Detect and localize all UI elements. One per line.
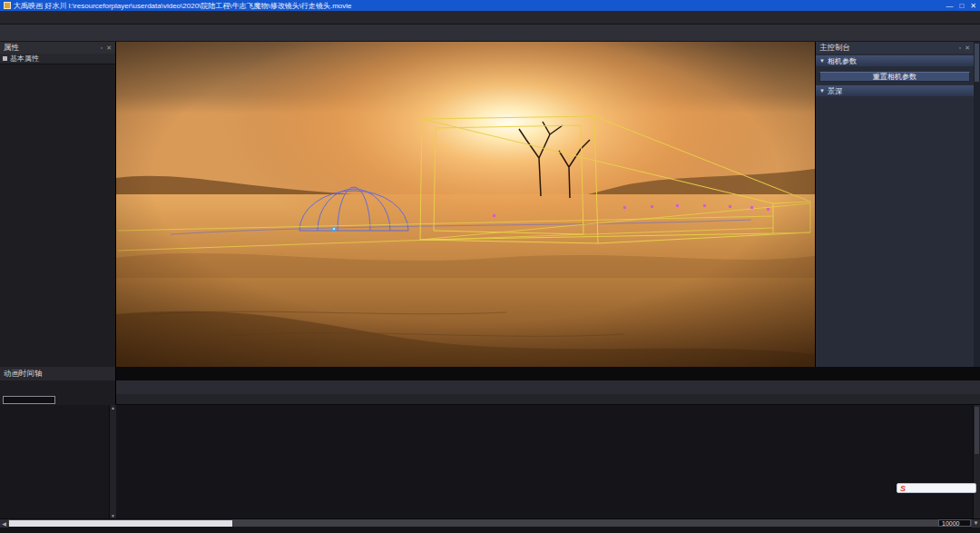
timeline-ruler[interactable] (116, 394, 980, 405)
viewport-3d[interactable] (116, 42, 815, 367)
dof-buttons (816, 96, 974, 100)
focal-length-buttons (816, 66, 974, 70)
console-scrollbar[interactable] (974, 42, 980, 367)
reset-camera-button[interactable]: 重置相机参数 (819, 72, 970, 82)
main-toolbar (0, 25, 980, 42)
window-footer (0, 527, 980, 533)
close-button[interactable]: ✕ (970, 2, 976, 10)
camera-section-header[interactable]: ▼ 相机参数 (816, 55, 974, 66)
properties-panel: 属性 ▫✕ 基本属性 (0, 42, 116, 367)
collapse-arrow-icon: ▼ (819, 88, 825, 94)
viewport-bottom-strip (116, 367, 980, 380)
ime-toolbar[interactable]: S (897, 483, 976, 493)
viewport-scene (116, 42, 815, 367)
console-panel-header: 主控制台 ▫✕ (816, 42, 974, 54)
dof-section-title: 景深 (828, 86, 842, 96)
timeline-tracks-area[interactable] (116, 405, 973, 518)
collapse-arrow-icon: ▼ (819, 58, 825, 64)
properties-empty-area (0, 64, 115, 367)
vignette (116, 42, 815, 367)
window-controls: —□✕ (946, 2, 976, 10)
track-list-scrollbar[interactable]: ▲▼ (109, 405, 116, 518)
properties-group-header[interactable]: 基本属性 (0, 54, 115, 64)
window-title: 大禹映画 好水川 I:\resourceforplayer\userdata\v… (14, 1, 352, 11)
properties-title: 属性 (4, 43, 19, 54)
timeline-horizontal-scrollbar[interactable]: ◀ 10000 ▼ (0, 518, 980, 527)
timeline-panel-title: 动画时间轴 (4, 369, 43, 380)
scroll-right-icon[interactable]: ▼ (972, 519, 980, 528)
maximize-button[interactable]: □ (959, 2, 964, 10)
properties-group-label: 基本属性 (10, 54, 39, 64)
track-list (0, 405, 109, 518)
float-panel-icon[interactable]: ▫ (101, 44, 103, 52)
ime-logo-icon[interactable]: S (900, 484, 906, 493)
timeline-vertical-scrollbar[interactable] (973, 405, 980, 518)
timeline-panel-icons (0, 380, 116, 394)
pin-panel-icon[interactable]: ▫ (959, 44, 961, 52)
console-title: 主控制台 (819, 43, 850, 54)
console-panel: 主控制台 ▫✕ ▼ 相机参数 重置相机参数 ▼ 景深 (815, 42, 980, 367)
timeline-toolbar (116, 380, 980, 394)
app-logo-icon (4, 2, 11, 9)
minimize-button[interactable]: — (946, 2, 953, 10)
scroll-left-icon[interactable]: ◀ (0, 519, 8, 528)
properties-panel-header: 属性 ▫✕ (0, 42, 115, 54)
dof-section-header[interactable]: ▼ 景深 (816, 85, 974, 96)
titlebar[interactable]: 大禹映画 好水川 I:\resourceforplayer\userdata\v… (0, 0, 980, 11)
close-panel-icon[interactable]: ✕ (106, 44, 112, 52)
group-bullet-icon (3, 56, 7, 61)
timeline-range-value[interactable]: 10000 (938, 519, 971, 527)
menu-bar (0, 11, 980, 25)
timeline-panel-header: 动画时间轴 (0, 367, 116, 380)
close-console-icon[interactable]: ✕ (965, 44, 970, 52)
scrollbar-thumb[interactable] (9, 520, 232, 527)
track-filter-input[interactable] (3, 396, 55, 404)
camera-section-title: 相机参数 (828, 56, 857, 66)
